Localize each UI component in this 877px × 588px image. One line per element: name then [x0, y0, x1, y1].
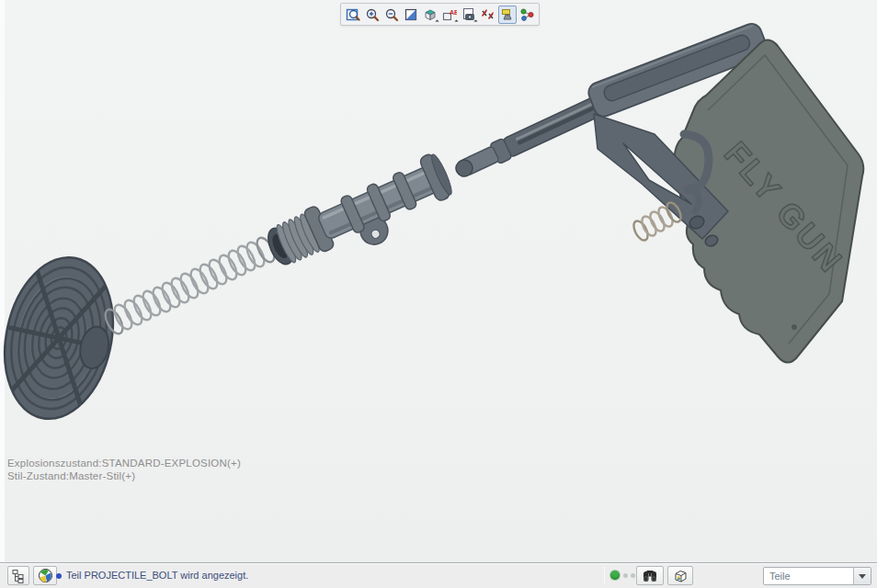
view-orientation-button[interactable]: [421, 6, 439, 24]
named-views-icon: AB: [442, 7, 457, 22]
trigger-spring-part[interactable]: [631, 200, 683, 243]
zoom-out-button[interactable]: [382, 6, 401, 24]
drive-spring-part[interactable]: [102, 235, 278, 336]
status-dot-inactive: [623, 573, 628, 578]
edrawings-logo-icon: [38, 568, 53, 583]
orientation-cube-icon: [423, 7, 438, 22]
dropdown-caret-icon: [435, 19, 438, 23]
components-tree-icon: [11, 569, 26, 583]
zoom-in-button[interactable]: [363, 6, 382, 24]
snapshot-button[interactable]: [460, 6, 478, 24]
pointer-3d-icon: [519, 7, 534, 22]
named-views-button[interactable]: AB: [440, 6, 459, 24]
pointer-3d-button[interactable]: [518, 6, 536, 24]
shaded-view-icon: [404, 7, 418, 22]
view-toolbar: AB: [340, 3, 540, 26]
model-state-annotation: Explosionszustand:STANDARD-EXPLOSION(+) …: [7, 457, 241, 482]
find-component-button[interactable]: [636, 566, 664, 585]
style-state-line: Stil-Zustand:Master-Stil(+): [7, 469, 241, 482]
status-dot-inactive: [631, 573, 635, 578]
binoculars-icon: [642, 569, 658, 583]
zoom-fit-icon: [346, 7, 360, 22]
parts-dropdown[interactable]: Teile: [763, 567, 871, 585]
explosion-state-line: Explosionszustand:STANDARD-EXPLOSION(+): [7, 457, 241, 469]
zoom-fit-button[interactable]: [344, 6, 362, 24]
parts-dropdown-value: Teile: [764, 571, 853, 582]
chevron-down-icon: [859, 574, 866, 579]
shaded-view-button[interactable]: [402, 6, 420, 24]
snapshot-icon: [461, 7, 476, 22]
connection-status-dot: [610, 571, 620, 580]
wire-cube-icon: [673, 569, 689, 583]
explode-button[interactable]: [498, 6, 517, 24]
svg-text:AB: AB: [450, 8, 457, 15]
status-bar: Teil PROJECTILE_BOLT wird angezeigt.: [0, 562, 877, 588]
message-bullet-icon: [56, 573, 62, 579]
edrawings-logo-button[interactable]: [33, 566, 57, 585]
hide-annotations-icon: [481, 7, 495, 22]
gun-body-part[interactable]: FLY GUN: [586, 21, 863, 363]
statusbar-separator: [604, 567, 605, 584]
pump-barrel-part[interactable]: [261, 151, 461, 285]
swatter-disc-part[interactable]: [0, 247, 127, 429]
parts-dropdown-arrow-button[interactable]: [853, 568, 871, 584]
components-tree-button[interactable]: [7, 566, 29, 585]
status-message: Teil PROJECTILE_BOLT wird angezeigt.: [66, 570, 248, 581]
dropdown-caret-icon: [454, 19, 458, 23]
explode-icon: [500, 7, 515, 22]
hide-annotations-button[interactable]: [479, 6, 497, 24]
zoom-in-icon: [365, 7, 380, 22]
viewport-3d[interactable]: FLY GUN Explosionszustand:STANDA: [0, 0, 877, 562]
dropdown-caret-icon: [473, 19, 477, 23]
component-view-button[interactable]: [667, 566, 693, 585]
edrawings-window: FLY GUN Explosionszustand:STANDA: [0, 0, 877, 588]
zoom-out-icon: [384, 7, 399, 22]
